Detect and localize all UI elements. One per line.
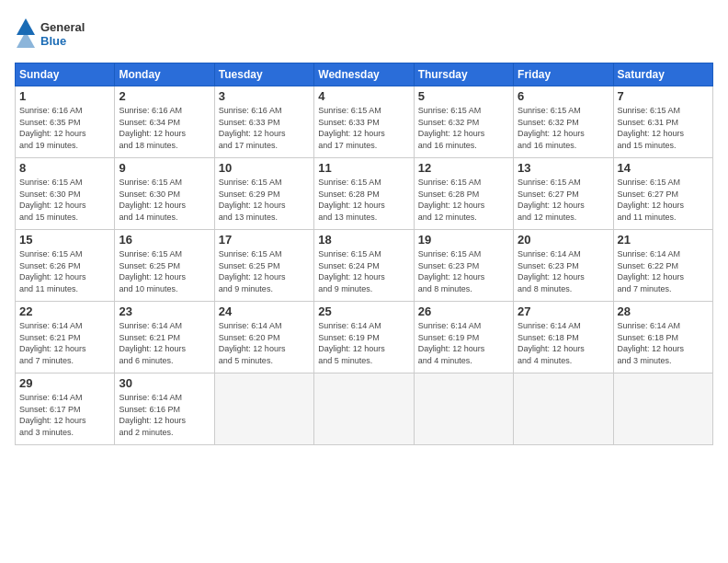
logo: General Blue xyxy=(15,15,97,55)
day-info: Sunrise: 6:15 AM Sunset: 6:28 PM Dayligh… xyxy=(418,177,509,223)
day-number: 17 xyxy=(219,233,310,247)
calendar-cell: 13Sunrise: 6:15 AM Sunset: 6:27 PM Dayli… xyxy=(514,158,613,230)
day-info: Sunrise: 6:14 AM Sunset: 6:17 PM Dayligh… xyxy=(19,392,110,438)
calendar-cell: 23Sunrise: 6:14 AM Sunset: 6:21 PM Dayli… xyxy=(115,302,214,373)
day-number: 5 xyxy=(418,89,509,103)
weekday-header-friday: Friday xyxy=(514,63,613,86)
day-number: 14 xyxy=(618,161,709,175)
day-number: 25 xyxy=(318,304,409,318)
calendar-cell: 30Sunrise: 6:14 AM Sunset: 6:16 PM Dayli… xyxy=(115,373,214,445)
day-info: Sunrise: 6:15 AM Sunset: 6:25 PM Dayligh… xyxy=(219,248,310,294)
calendar-cell: 10Sunrise: 6:15 AM Sunset: 6:29 PM Dayli… xyxy=(214,158,313,230)
day-number: 15 xyxy=(19,233,110,247)
weekday-header-row: SundayMondayTuesdayWednesdayThursdayFrid… xyxy=(16,63,713,86)
day-info: Sunrise: 6:15 AM Sunset: 6:32 PM Dayligh… xyxy=(518,105,609,151)
calendar-cell: 20Sunrise: 6:14 AM Sunset: 6:23 PM Dayli… xyxy=(514,230,613,302)
calendar-cell: 14Sunrise: 6:15 AM Sunset: 6:27 PM Dayli… xyxy=(613,158,712,230)
day-info: Sunrise: 6:14 AM Sunset: 6:21 PM Dayligh… xyxy=(119,320,210,366)
day-info: Sunrise: 6:14 AM Sunset: 6:18 PM Dayligh… xyxy=(518,320,609,366)
calendar-cell: 29Sunrise: 6:14 AM Sunset: 6:17 PM Dayli… xyxy=(16,373,115,445)
calendar-cell: 3Sunrise: 6:16 AM Sunset: 6:33 PM Daylig… xyxy=(214,86,313,158)
calendar-cell: 5Sunrise: 6:15 AM Sunset: 6:32 PM Daylig… xyxy=(414,86,513,158)
day-number: 1 xyxy=(19,89,110,103)
day-info: Sunrise: 6:15 AM Sunset: 6:33 PM Dayligh… xyxy=(318,105,409,151)
calendar-cell: 8Sunrise: 6:15 AM Sunset: 6:30 PM Daylig… xyxy=(16,158,115,230)
calendar-cell: 21Sunrise: 6:14 AM Sunset: 6:22 PM Dayli… xyxy=(613,230,712,302)
day-info: Sunrise: 6:16 AM Sunset: 6:34 PM Dayligh… xyxy=(119,105,210,151)
day-number: 19 xyxy=(418,233,509,247)
calendar-table: SundayMondayTuesdayWednesdayThursdayFrid… xyxy=(15,63,713,445)
day-number: 24 xyxy=(219,304,310,318)
header: General Blue xyxy=(15,15,713,55)
calendar-cell: 22Sunrise: 6:14 AM Sunset: 6:21 PM Dayli… xyxy=(16,302,115,373)
day-info: Sunrise: 6:16 AM Sunset: 6:33 PM Dayligh… xyxy=(219,105,310,151)
day-number: 28 xyxy=(618,304,709,318)
calendar-cell: 9Sunrise: 6:15 AM Sunset: 6:30 PM Daylig… xyxy=(115,158,214,230)
calendar-cell xyxy=(214,373,313,445)
calendar-cell: 25Sunrise: 6:14 AM Sunset: 6:19 PM Dayli… xyxy=(314,302,414,373)
day-number: 6 xyxy=(518,89,609,103)
calendar-cell xyxy=(514,373,613,445)
day-number: 23 xyxy=(119,304,210,318)
day-info: Sunrise: 6:14 AM Sunset: 6:23 PM Dayligh… xyxy=(518,248,609,294)
calendar-cell: 2Sunrise: 6:16 AM Sunset: 6:34 PM Daylig… xyxy=(115,86,214,158)
day-number: 27 xyxy=(518,304,609,318)
day-info: Sunrise: 6:14 AM Sunset: 6:18 PM Dayligh… xyxy=(618,320,709,366)
day-info: Sunrise: 6:15 AM Sunset: 6:30 PM Dayligh… xyxy=(119,177,210,223)
calendar-cell: 15Sunrise: 6:15 AM Sunset: 6:26 PM Dayli… xyxy=(16,230,115,302)
calendar-cell: 11Sunrise: 6:15 AM Sunset: 6:28 PM Dayli… xyxy=(314,158,414,230)
day-info: Sunrise: 6:15 AM Sunset: 6:27 PM Dayligh… xyxy=(618,177,709,223)
calendar-row-5: 29Sunrise: 6:14 AM Sunset: 6:17 PM Dayli… xyxy=(16,373,713,445)
calendar-cell: 7Sunrise: 6:15 AM Sunset: 6:31 PM Daylig… xyxy=(613,86,712,158)
calendar-cell xyxy=(314,373,414,445)
day-info: Sunrise: 6:15 AM Sunset: 6:31 PM Dayligh… xyxy=(618,105,709,151)
day-number: 7 xyxy=(618,89,709,103)
calendar-row-2: 8Sunrise: 6:15 AM Sunset: 6:30 PM Daylig… xyxy=(16,158,713,230)
weekday-header-thursday: Thursday xyxy=(414,63,513,86)
calendar-cell: 17Sunrise: 6:15 AM Sunset: 6:25 PM Dayli… xyxy=(214,230,313,302)
calendar-cell xyxy=(414,373,513,445)
weekday-header-monday: Monday xyxy=(115,63,214,86)
day-number: 22 xyxy=(19,304,110,318)
day-info: Sunrise: 6:16 AM Sunset: 6:35 PM Dayligh… xyxy=(19,105,110,151)
calendar-cell: 26Sunrise: 6:14 AM Sunset: 6:19 PM Dayli… xyxy=(414,302,513,373)
day-number: 20 xyxy=(518,233,609,247)
svg-text:Blue: Blue xyxy=(40,34,66,48)
day-info: Sunrise: 6:14 AM Sunset: 6:16 PM Dayligh… xyxy=(119,392,210,438)
day-info: Sunrise: 6:14 AM Sunset: 6:20 PM Dayligh… xyxy=(219,320,310,366)
day-info: Sunrise: 6:15 AM Sunset: 6:30 PM Dayligh… xyxy=(19,177,110,223)
day-number: 3 xyxy=(219,89,310,103)
day-info: Sunrise: 6:14 AM Sunset: 6:21 PM Dayligh… xyxy=(19,320,110,366)
day-number: 29 xyxy=(19,376,110,390)
day-info: Sunrise: 6:14 AM Sunset: 6:19 PM Dayligh… xyxy=(418,320,509,366)
weekday-header-tuesday: Tuesday xyxy=(214,63,313,86)
calendar-cell: 6Sunrise: 6:15 AM Sunset: 6:32 PM Daylig… xyxy=(514,86,613,158)
calendar-body: 1Sunrise: 6:16 AM Sunset: 6:35 PM Daylig… xyxy=(16,86,713,445)
day-info: Sunrise: 6:15 AM Sunset: 6:29 PM Dayligh… xyxy=(219,177,310,223)
day-info: Sunrise: 6:14 AM Sunset: 6:19 PM Dayligh… xyxy=(318,320,409,366)
calendar-cell: 19Sunrise: 6:15 AM Sunset: 6:23 PM Dayli… xyxy=(414,230,513,302)
day-number: 30 xyxy=(119,376,210,390)
day-info: Sunrise: 6:15 AM Sunset: 6:27 PM Dayligh… xyxy=(518,177,609,223)
day-info: Sunrise: 6:14 AM Sunset: 6:22 PM Dayligh… xyxy=(618,248,709,294)
calendar-row-3: 15Sunrise: 6:15 AM Sunset: 6:26 PM Dayli… xyxy=(16,230,713,302)
calendar-cell xyxy=(613,373,712,445)
day-info: Sunrise: 6:15 AM Sunset: 6:28 PM Dayligh… xyxy=(318,177,409,223)
day-number: 13 xyxy=(518,161,609,175)
day-number: 12 xyxy=(418,161,509,175)
day-number: 18 xyxy=(318,233,409,247)
day-number: 21 xyxy=(618,233,709,247)
calendar-cell: 18Sunrise: 6:15 AM Sunset: 6:24 PM Dayli… xyxy=(314,230,414,302)
weekday-header-wednesday: Wednesday xyxy=(314,63,414,86)
day-info: Sunrise: 6:15 AM Sunset: 6:26 PM Dayligh… xyxy=(19,248,110,294)
day-number: 16 xyxy=(119,233,210,247)
day-number: 26 xyxy=(418,304,509,318)
calendar-cell: 4Sunrise: 6:15 AM Sunset: 6:33 PM Daylig… xyxy=(314,86,414,158)
calendar-cell: 28Sunrise: 6:14 AM Sunset: 6:18 PM Dayli… xyxy=(613,302,712,373)
calendar-cell: 24Sunrise: 6:14 AM Sunset: 6:20 PM Dayli… xyxy=(214,302,313,373)
day-info: Sunrise: 6:15 AM Sunset: 6:24 PM Dayligh… xyxy=(318,248,409,294)
weekday-header-sunday: Sunday xyxy=(16,63,115,86)
day-number: 2 xyxy=(119,89,210,103)
calendar-row-4: 22Sunrise: 6:14 AM Sunset: 6:21 PM Dayli… xyxy=(16,302,713,373)
day-number: 8 xyxy=(19,161,110,175)
